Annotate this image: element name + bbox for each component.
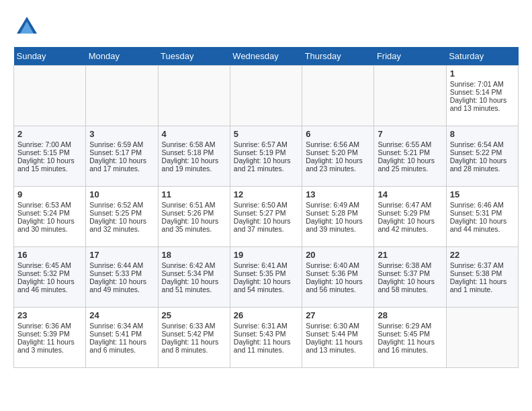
week-row-5: 23Sunrise: 6:36 AMSunset: 5:39 PMDayligh… bbox=[14, 308, 519, 368]
day-info: and 58 minutes. bbox=[378, 285, 442, 293]
day-info: Daylight: 10 hours bbox=[450, 96, 515, 104]
calendar-cell: 28Sunrise: 6:29 AMSunset: 5:45 PMDayligh… bbox=[374, 308, 446, 368]
day-info: Daylight: 11 hours bbox=[89, 338, 154, 346]
day-info: and 19 minutes. bbox=[162, 165, 226, 173]
day-info: and 37 minutes. bbox=[234, 225, 298, 233]
calendar-cell: 4Sunrise: 6:58 AMSunset: 5:18 PMDaylight… bbox=[158, 126, 230, 187]
day-info: Daylight: 10 hours bbox=[378, 156, 442, 165]
day-info: Sunrise: 6:53 AM bbox=[17, 201, 82, 209]
day-info: Sunrise: 6:56 AM bbox=[306, 140, 370, 148]
day-info: Daylight: 10 hours bbox=[162, 217, 226, 225]
calendar-cell bbox=[86, 66, 158, 126]
day-number: 5 bbox=[234, 129, 298, 139]
day-info: Sunrise: 7:01 AM bbox=[450, 80, 515, 88]
day-info: Daylight: 10 hours bbox=[234, 217, 298, 225]
calendar-cell: 1Sunrise: 7:01 AMSunset: 5:14 PMDaylight… bbox=[446, 66, 518, 126]
day-info: Sunrise: 6:42 AM bbox=[162, 261, 226, 269]
day-info: Daylight: 10 hours bbox=[234, 277, 298, 285]
calendar-cell: 19Sunrise: 6:41 AMSunset: 5:35 PMDayligh… bbox=[230, 247, 302, 308]
day-info: Sunrise: 6:38 AM bbox=[378, 261, 442, 269]
day-number: 20 bbox=[306, 250, 370, 260]
day-number: 28 bbox=[378, 310, 442, 320]
day-info: Daylight: 11 hours bbox=[450, 277, 515, 285]
week-row-1: 1Sunrise: 7:01 AMSunset: 5:14 PMDaylight… bbox=[14, 66, 519, 126]
day-info: Sunrise: 6:29 AM bbox=[378, 322, 442, 330]
calendar-cell: 3Sunrise: 6:59 AMSunset: 5:17 PMDaylight… bbox=[86, 126, 158, 187]
day-info: and 11 minutes. bbox=[234, 346, 298, 354]
day-number: 15 bbox=[450, 189, 515, 199]
week-row-3: 9Sunrise: 6:53 AMSunset: 5:24 PMDaylight… bbox=[14, 187, 519, 247]
day-info: Daylight: 10 hours bbox=[306, 156, 370, 165]
day-info: and 17 minutes. bbox=[89, 165, 154, 173]
day-info: Daylight: 10 hours bbox=[89, 277, 154, 285]
day-info: Sunset: 5:37 PM bbox=[378, 269, 442, 277]
calendar-cell: 13Sunrise: 6:49 AMSunset: 5:28 PMDayligh… bbox=[302, 187, 374, 247]
calendar-cell: 14Sunrise: 6:47 AMSunset: 5:29 PMDayligh… bbox=[374, 187, 446, 247]
day-info: Sunrise: 6:34 AM bbox=[89, 322, 154, 330]
day-info: Sunset: 5:34 PM bbox=[162, 269, 226, 277]
day-info: Sunrise: 6:57 AM bbox=[234, 140, 298, 148]
day-info: Sunrise: 6:51 AM bbox=[162, 201, 226, 209]
day-number: 12 bbox=[234, 189, 298, 199]
day-info: Sunrise: 6:31 AM bbox=[234, 322, 298, 330]
day-info: Sunrise: 6:46 AM bbox=[450, 201, 515, 209]
day-info: Daylight: 10 hours bbox=[450, 156, 515, 165]
day-number: 9 bbox=[17, 189, 82, 199]
day-number: 22 bbox=[450, 250, 515, 260]
day-info: and 32 minutes. bbox=[89, 225, 154, 233]
day-number: 16 bbox=[17, 250, 82, 260]
day-number: 2 bbox=[17, 129, 82, 139]
weekday-tuesday: Tuesday bbox=[158, 47, 230, 66]
calendar-cell: 12Sunrise: 6:50 AMSunset: 5:27 PMDayligh… bbox=[230, 187, 302, 247]
day-info: Daylight: 10 hours bbox=[378, 277, 442, 285]
calendar-cell: 8Sunrise: 6:54 AMSunset: 5:22 PMDaylight… bbox=[446, 126, 518, 187]
day-info: Daylight: 11 hours bbox=[378, 338, 442, 346]
day-info: Sunset: 5:45 PM bbox=[378, 330, 442, 338]
day-info: and 23 minutes. bbox=[306, 165, 370, 173]
calendar-cell: 6Sunrise: 6:56 AMSunset: 5:20 PMDaylight… bbox=[302, 126, 374, 187]
calendar-cell: 22Sunrise: 6:37 AMSunset: 5:38 PMDayligh… bbox=[446, 247, 518, 308]
day-info: Daylight: 10 hours bbox=[450, 217, 515, 225]
calendar-cell: 24Sunrise: 6:34 AMSunset: 5:41 PMDayligh… bbox=[86, 308, 158, 368]
calendar-cell: 26Sunrise: 6:31 AMSunset: 5:43 PMDayligh… bbox=[230, 308, 302, 368]
day-info: and 35 minutes. bbox=[162, 225, 226, 233]
day-info: Sunrise: 6:47 AM bbox=[378, 201, 442, 209]
weekday-thursday: Thursday bbox=[302, 47, 374, 66]
day-number: 13 bbox=[306, 189, 370, 199]
day-number: 8 bbox=[450, 129, 515, 139]
day-info: Sunrise: 6:50 AM bbox=[234, 201, 298, 209]
day-info: Sunset: 5:28 PM bbox=[306, 209, 370, 217]
day-info: Daylight: 11 hours bbox=[17, 338, 82, 346]
day-info: and 42 minutes. bbox=[378, 225, 442, 233]
day-info: Sunset: 5:25 PM bbox=[89, 209, 154, 217]
day-number: 19 bbox=[234, 250, 298, 260]
day-info: and 21 minutes. bbox=[234, 165, 298, 173]
day-number: 23 bbox=[17, 310, 82, 320]
day-info: and 3 minutes. bbox=[17, 346, 82, 354]
day-info: Sunset: 5:18 PM bbox=[162, 148, 226, 156]
day-info: Daylight: 10 hours bbox=[378, 217, 442, 225]
day-info: Daylight: 10 hours bbox=[17, 217, 82, 225]
week-row-2: 2Sunrise: 7:00 AMSunset: 5:15 PMDaylight… bbox=[14, 126, 519, 187]
day-info: and 15 minutes. bbox=[17, 165, 82, 173]
day-info: Sunrise: 7:00 AM bbox=[17, 140, 82, 148]
day-info: and 51 minutes. bbox=[162, 285, 226, 293]
day-number: 14 bbox=[378, 189, 442, 199]
day-info: and 54 minutes. bbox=[234, 285, 298, 293]
day-info: Sunset: 5:44 PM bbox=[306, 330, 370, 338]
day-info: and 30 minutes. bbox=[17, 225, 82, 233]
calendar-cell: 10Sunrise: 6:52 AMSunset: 5:25 PMDayligh… bbox=[86, 187, 158, 247]
day-info: Daylight: 11 hours bbox=[234, 338, 298, 346]
day-info: and 46 minutes. bbox=[17, 285, 82, 293]
calendar-body: 1Sunrise: 7:01 AMSunset: 5:14 PMDaylight… bbox=[14, 66, 519, 368]
day-info: Sunrise: 6:49 AM bbox=[306, 201, 370, 209]
day-number: 10 bbox=[89, 189, 154, 199]
day-info: and 13 minutes. bbox=[450, 104, 515, 112]
day-info: Daylight: 10 hours bbox=[17, 277, 82, 285]
day-info: Sunset: 5:26 PM bbox=[162, 209, 226, 217]
day-info: Daylight: 10 hours bbox=[89, 156, 154, 165]
day-info: Daylight: 10 hours bbox=[17, 156, 82, 165]
day-number: 1 bbox=[450, 68, 515, 79]
calendar-cell: 11Sunrise: 6:51 AMSunset: 5:26 PMDayligh… bbox=[158, 187, 230, 247]
day-info: Sunset: 5:36 PM bbox=[306, 269, 370, 277]
